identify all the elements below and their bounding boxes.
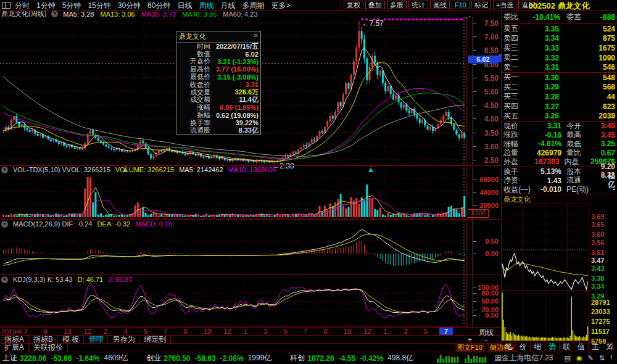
toolbar-button-标记[interactable]: 标记 [471, 1, 491, 9]
period-tab-多周期[interactable]: 多周期 [242, 1, 264, 11]
bid-row[interactable]: 买四3.27623 [502, 102, 617, 112]
zoom-out-button[interactable]: - [485, 336, 487, 344]
window-split-icon[interactable] [2, 2, 10, 9]
period-tab-30分钟[interactable]: 30分钟 [118, 1, 141, 11]
period-tab-周线[interactable]: 周线 [199, 1, 213, 11]
quote-tab-值[interactable]: 值 [574, 342, 589, 351]
collapse-icon[interactable]: ▾ [1, 276, 8, 283]
axis-tick [473, 146, 476, 147]
time-tick-label: 1 [384, 328, 387, 335]
toolbar-button-叠加[interactable]: 叠加 [365, 1, 385, 9]
list-icon[interactable]: ▤ [564, 354, 570, 362]
period-tab-月线[interactable]: 月线 [220, 1, 235, 11]
bid-row[interactable]: 买五3.262039 [502, 111, 617, 121]
toolbar-divider-2 [341, 1, 341, 10]
zoom-in-button[interactable]: + [468, 336, 472, 344]
indicator-tab-模 板[interactable]: 模 板 [58, 336, 84, 343]
stat-value: 3.45 [594, 131, 615, 139]
index-quote-上证[interactable]: 上证3228.06-53.68-1.64%4609亿 [2, 353, 136, 363]
quote-panel-tabs: 笔价细势联值主筹 [502, 342, 617, 351]
ask-row[interactable]: 卖四3.34875 [502, 34, 617, 44]
period-tab-日线[interactable]: 日线 [177, 1, 192, 11]
time-tick-label: 12 [363, 328, 371, 335]
time-tick-label: 9 [44, 328, 48, 335]
svg-text:←7.57: ←7.57 [362, 19, 384, 28]
mini-price-tick: 3.60 [591, 231, 604, 238]
ask-row[interactable]: 卖三3.331675 [502, 43, 617, 53]
time-tick-label: 3 [263, 328, 267, 335]
level-qty: 1675 [559, 44, 615, 52]
period-tab-5分钟[interactable]: 5分钟 [62, 1, 81, 11]
tooltip-row-value: 0.06 (1.85%) [210, 104, 259, 111]
mini-price-tick: 3.65 [591, 221, 604, 228]
toolbar-button-F10[interactable]: F10 [452, 1, 470, 9]
ask-row[interactable]: 卖二3.321090 [502, 53, 617, 63]
quote-tab-笔[interactable]: 笔 [502, 342, 516, 351]
chevron-down-icon[interactable]: ⌄▫ [464, 14, 471, 20]
axis-tick [473, 287, 476, 288]
weicha-value: -888 [581, 13, 615, 22]
level-qty: 623 [559, 102, 615, 111]
alert-icon[interactable]: ! [610, 354, 612, 362]
indicator-tabs: 指标A指标B模 板管理另存为绑定到 [0, 336, 171, 343]
toolbar-button-复权[interactable]: 复权 [344, 1, 363, 9]
level-qty: 44 [559, 93, 615, 101]
axis-tick-label: 3.00 [470, 143, 499, 151]
period-tab-更多>[interactable]: 更多> [271, 1, 290, 11]
axis-tick-label: 3.50 [470, 129, 499, 138]
level-qty: 524 [559, 25, 615, 33]
period-tab-60分钟[interactable]: 60分钟 [147, 1, 170, 11]
time-tick-label: 10 [64, 328, 71, 335]
collapse-icon[interactable]: ▾ [1, 167, 8, 173]
indicator-tab-管理[interactable]: 管理 [84, 336, 108, 343]
level-label: 买二 [503, 82, 527, 93]
ask-row[interactable]: 卖五3.35524 [502, 24, 617, 34]
index-quote-创业[interactable]: 创业2760.50-58.63-2.08%1999亿 [146, 353, 280, 363]
axis-tick [473, 160, 476, 160]
weicha-label: 委差 [566, 12, 581, 22]
axis-tick [473, 180, 476, 180]
time-tick-label: 5 [284, 328, 288, 335]
broker-line[interactable]: 国金上海电信7.23 [494, 353, 553, 363]
bid-row[interactable]: 买二3.29568 [502, 83, 617, 93]
indicator-tab-绑定到[interactable]: 绑定到 [139, 336, 171, 343]
mini-price-tick: 3.69 [591, 213, 604, 220]
indicator-tab-指标A[interactable]: 指标A [0, 336, 29, 343]
toolbar-button-画线[interactable]: 画线 [430, 1, 450, 9]
extension-tab-扩展A[interactable]: 扩展A [0, 344, 29, 352]
ask-row[interactable]: 卖一3.31546 [502, 62, 617, 72]
toolbar-button-统计[interactable]: 统计 [408, 1, 428, 9]
period-tab-15分钟[interactable]: 15分钟 [88, 1, 110, 11]
quote-tab-主[interactable]: 主 [588, 342, 603, 351]
extension-tab-关联报价[interactable]: 关联报价 [29, 344, 68, 352]
indicator-tab-另存为[interactable]: 另存为 [108, 336, 139, 343]
level-price: 3.29 [527, 83, 559, 91]
index-quote-科创[interactable]: 科创1072.26-4.55-0.42%498.8亿 [290, 353, 422, 363]
quote-tab-联[interactable]: 联 [559, 342, 574, 351]
toolbar-button-多股[interactable]: 多股 [387, 1, 407, 9]
time-tick-label: 5 [423, 328, 427, 335]
bid-row[interactable]: 买三3.2844 [502, 92, 617, 102]
quote-tab-筹[interactable]: 筹 [603, 342, 617, 351]
axis-tick-label: 5.50 [470, 74, 499, 83]
bid-row[interactable]: 买一3.30548 [502, 73, 617, 83]
stat-value: -0.16 [532, 131, 561, 139]
level-qty: 546 [559, 63, 615, 72]
collapse-icon[interactable]: ▾ [51, 10, 58, 17]
stat-value: 5.13% [532, 167, 561, 176]
collapse-icon[interactable]: ▾ [1, 221, 8, 228]
tooltip-row-value: 0.62 (19.08%) [210, 112, 259, 119]
quote-tab-势[interactable]: 势 [545, 342, 560, 351]
indicator-tab-指标B[interactable]: 指标B [29, 336, 58, 343]
sort-icon[interactable]: ⇅ [599, 354, 605, 362]
pen-icon[interactable]: ✎ [588, 354, 594, 362]
tooltip-row-value: 3.21 (-1.23%) [210, 58, 259, 65]
quote-tab-细[interactable]: 细 [530, 342, 545, 351]
quote-tab-价[interactable]: 价 [516, 342, 531, 351]
top-toolbar: 分时1分钟5分钟15分钟30分钟60分钟日线周线月线多周期更多> 复权叠加多股统… [0, 0, 617, 11]
bottom-link-图文F10[interactable]: 图文F10 [455, 344, 484, 352]
trading-app-window: 分时1分钟5分钟15分钟30分钟60分钟日线周线月线多周期更多> 复权叠加多股统… [0, 0, 617, 364]
intraday-mini-chart[interactable] [501, 204, 589, 341]
close-icon[interactable]: ✕ [254, 32, 259, 39]
coin-icon[interactable]: ◉ [576, 354, 582, 362]
